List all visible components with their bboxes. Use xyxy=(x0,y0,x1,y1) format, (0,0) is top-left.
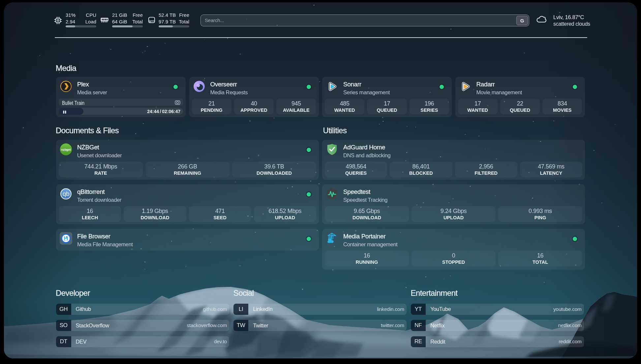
svg-text:qb: qb xyxy=(63,190,70,197)
svg-text:nzbget: nzbget xyxy=(61,148,71,151)
